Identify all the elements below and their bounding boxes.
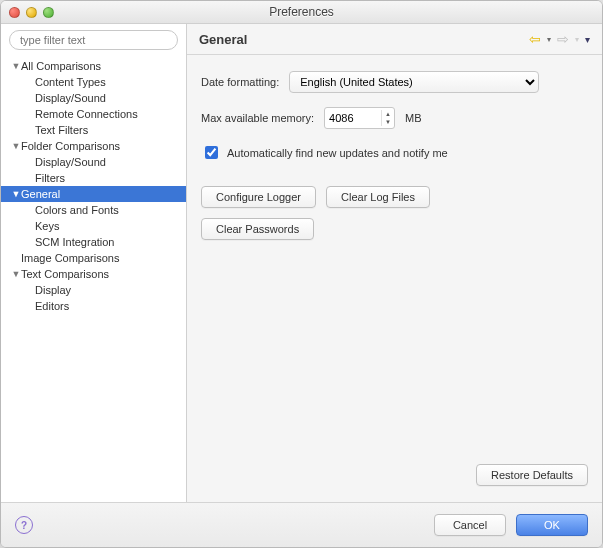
clear-log-files-button[interactable]: Clear Log Files [326, 186, 430, 208]
tree-item[interactable]: Image Comparisons [1, 250, 186, 266]
tree-item[interactable]: Editors [1, 298, 186, 314]
tree-item[interactable]: Text Filters [1, 122, 186, 138]
tree-item-label: Display/Sound [35, 92, 106, 104]
tree-item-label: Editors [35, 300, 69, 312]
filter-input[interactable] [9, 30, 178, 50]
dialog-footer: ? Cancel OK [1, 502, 602, 547]
tree-item[interactable]: Keys [1, 218, 186, 234]
disclosure-down-icon[interactable]: ▼ [11, 189, 21, 199]
tree-item-label: Remote Connections [35, 108, 138, 120]
tree-item-label: SCM Integration [35, 236, 114, 248]
tree-item-label: Content Types [35, 76, 106, 88]
tree-item[interactable]: Display [1, 282, 186, 298]
clear-passwords-button[interactable]: Clear Passwords [201, 218, 314, 240]
max-memory-spinner[interactable]: ▲ ▼ [324, 107, 395, 129]
sidebar: ▼All ComparisonsContent TypesDisplay/Sou… [1, 24, 187, 502]
tree-item-label: Filters [35, 172, 65, 184]
window-body: ▼All ComparisonsContent TypesDisplay/Sou… [1, 24, 602, 502]
ok-button[interactable]: OK [516, 514, 588, 536]
tree-item-label: All Comparisons [21, 60, 101, 72]
tree-item[interactable]: ▼Folder Comparisons [1, 138, 186, 154]
tree-item[interactable]: ▼General [1, 186, 186, 202]
date-formatting-label: Date formatting: [201, 76, 279, 88]
tree-item-label: Text Filters [35, 124, 88, 136]
view-menu-icon[interactable]: ▾ [585, 34, 590, 45]
help-icon[interactable]: ? [15, 516, 33, 534]
tree-item[interactable]: Filters [1, 170, 186, 186]
tree-item-label: Text Comparisons [21, 268, 109, 280]
memory-unit: MB [405, 112, 422, 124]
disclosure-down-icon[interactable]: ▼ [11, 269, 21, 279]
cancel-button[interactable]: Cancel [434, 514, 506, 536]
tree-item[interactable]: SCM Integration [1, 234, 186, 250]
tree-item[interactable]: ▼Text Comparisons [1, 266, 186, 282]
content-pane: General ⇦▾ ⇨▾ ▾ Date formatting: English… [187, 24, 602, 502]
configure-logger-button[interactable]: Configure Logger [201, 186, 316, 208]
restore-defaults-button[interactable]: Restore Defaults [476, 464, 588, 486]
auto-update-checkbox-row[interactable]: Automatically find new updates and notif… [201, 143, 588, 162]
titlebar: Preferences [1, 1, 602, 24]
auto-update-label: Automatically find new updates and notif… [227, 147, 448, 159]
max-memory-input[interactable] [325, 112, 381, 124]
tree-item-label: Keys [35, 220, 59, 232]
tree-item[interactable]: Content Types [1, 74, 186, 90]
tree-item-label: Display [35, 284, 71, 296]
disclosure-down-icon[interactable]: ▼ [11, 141, 21, 151]
tree-item-label: Display/Sound [35, 156, 106, 168]
window-title: Preferences [1, 5, 602, 19]
disclosure-down-icon[interactable]: ▼ [11, 61, 21, 71]
page-title: General [199, 32, 247, 47]
preference-tree[interactable]: ▼All ComparisonsContent TypesDisplay/Sou… [1, 56, 186, 502]
tree-item-label: Colors and Fonts [35, 204, 119, 216]
stepper-up-icon[interactable]: ▲ [382, 110, 394, 118]
tree-item[interactable]: Display/Sound [1, 154, 186, 170]
general-pane: Date formatting: English (United States)… [187, 55, 602, 502]
date-formatting-select[interactable]: English (United States) [289, 71, 539, 93]
content-header: General ⇦▾ ⇨▾ ▾ [187, 24, 602, 55]
forward-arrow-icon: ⇨ [557, 32, 569, 46]
tree-item[interactable]: ▼All Comparisons [1, 58, 186, 74]
tree-item[interactable]: Display/Sound [1, 90, 186, 106]
auto-update-checkbox[interactable] [205, 146, 218, 159]
max-memory-label: Max available memory: [201, 112, 314, 124]
tree-item-label: Image Comparisons [21, 252, 119, 264]
tree-item[interactable]: Remote Connections [1, 106, 186, 122]
stepper-down-icon[interactable]: ▼ [382, 118, 394, 126]
tree-item[interactable]: Colors and Fonts [1, 202, 186, 218]
tree-item-label: General [21, 188, 60, 200]
back-arrow-icon[interactable]: ⇦ [529, 32, 541, 46]
tree-item-label: Folder Comparisons [21, 140, 120, 152]
preferences-window: Preferences ▼All ComparisonsContent Type… [0, 0, 603, 548]
